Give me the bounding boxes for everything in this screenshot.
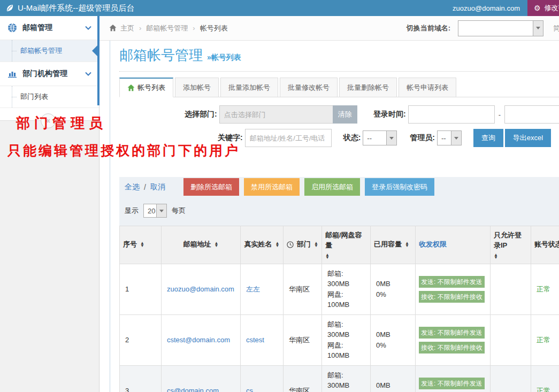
export-excel-button[interactable]: 导出excel	[505, 129, 551, 147]
tab-帐号申请列表[interactable]: 帐号申请列表	[399, 78, 456, 97]
deselect-link[interactable]: 取消	[150, 182, 165, 192]
app-title: U-Mail邮件系统--超级管理员后台	[18, 3, 134, 13]
sidebar-item-邮箱帐号管理[interactable]: 邮箱帐号管理	[0, 40, 99, 62]
used-cell: 0MB0%	[371, 264, 416, 314]
clear-dept-button[interactable]: 清除	[333, 105, 357, 124]
col-header-只允许登录IP[interactable]: 只允许登录IP▲▼	[491, 226, 531, 264]
domain-select[interactable]	[458, 20, 543, 36]
page-size-select[interactable]: 20	[143, 204, 167, 218]
sort-arrows-icon: ▲▼	[405, 242, 409, 248]
chevron-down-icon	[533, 21, 543, 36]
bulk-button-登录后强制改密码[interactable]: 登录后强制改密码	[365, 178, 434, 196]
header-label: 部门	[297, 240, 311, 250]
gear-icon: ⚙	[534, 4, 541, 12]
col-header-序号[interactable]: 序号▲▼	[120, 226, 162, 264]
dotted-divider	[119, 71, 559, 72]
admin-filter-label: 管理员:	[410, 133, 435, 143]
realname-cell: cs	[241, 365, 284, 392]
permissions-cell: 发送: 不限制邮件发送接收: 不限制邮件接收	[416, 264, 491, 314]
change-password-label: 修改密码	[545, 3, 559, 13]
annotation-line1: 部门管理员	[16, 114, 107, 133]
toolbar-buttons: 删除所选邮箱禁用所选邮箱启用所选邮箱登录后强制改密码	[165, 178, 434, 196]
user-email[interactable]: zuozuo@domain.com	[453, 4, 520, 12]
breadcrumb-item[interactable]: 主页	[120, 24, 134, 33]
email-cell: zuozuo@domain.com	[162, 264, 241, 314]
keyword-input[interactable]	[245, 129, 332, 147]
ip-cell	[491, 314, 531, 365]
page-size-suffix: 每页	[172, 206, 186, 216]
used-line: 0MB	[376, 279, 410, 289]
page-size-prefix: 显示	[125, 206, 139, 216]
col-header-邮箱/网盘容量[interactable]: 邮箱/网盘容量▲▼	[322, 226, 371, 264]
header-content: 邮箱地址▲▼	[165, 240, 237, 250]
page-size-value: 20	[144, 204, 156, 217]
realname-link[interactable]: 左左	[246, 285, 260, 293]
col-header-部门[interactable]: 部门▲▼	[284, 226, 322, 264]
email-link[interactable]: zuozuo@domain.com	[167, 285, 234, 293]
select-all-link[interactable]: 全选	[125, 182, 140, 192]
realname-link[interactable]: cs	[246, 387, 253, 392]
email-link[interactable]: cstest@domain.com	[167, 336, 230, 344]
perm-badge: 接收: 不限制邮件接收	[419, 342, 485, 353]
col-header-收发权限[interactable]: 收发权限	[416, 226, 491, 264]
status-value: 正常	[537, 285, 550, 293]
perm-badge: 发送: 不限制邮件发送	[419, 276, 485, 288]
col-header-邮箱地址[interactable]: 邮箱地址▲▼	[162, 226, 241, 264]
quota-line: 网盘: 100MB	[327, 340, 365, 361]
tab-添加帐号[interactable]: 添加帐号	[175, 78, 219, 97]
language-selector[interactable]: 简体中文	[553, 24, 559, 33]
tab-批量修改帐号[interactable]: 批量修改帐号	[280, 78, 338, 97]
sidebar-group-邮箱管理[interactable]: 邮箱管理	[0, 16, 99, 40]
domain-switch-label: 切换当前域名:	[407, 24, 450, 33]
col-header-账号状态[interactable]: 账号状态	[531, 226, 559, 264]
tab-帐号列表[interactable]: 帐号列表	[119, 78, 173, 97]
bulk-button-启用所选邮箱[interactable]: 启用所选邮箱	[304, 178, 360, 196]
tab-label: 批量修改帐号	[288, 83, 330, 93]
status-select-value: --	[363, 131, 386, 145]
realname-link[interactable]: cstest	[246, 336, 264, 344]
header-label: 已用容量	[374, 240, 402, 250]
active-item-arrow	[92, 45, 98, 57]
domain-zone: 切换当前域名: 简体中文	[407, 20, 559, 36]
dept-filter-label: 选择部门:	[185, 110, 217, 119]
header-label[interactable]: 收发权限	[419, 240, 447, 250]
sort-arrows-icon: ▲▼	[140, 242, 144, 248]
breadcrumb-item[interactable]: 帐号列表	[200, 24, 228, 33]
header-label: 真实姓名	[244, 240, 272, 250]
leaf-logo-icon	[5, 4, 14, 12]
dept-filter-input[interactable]	[219, 105, 333, 124]
sidebar: 邮箱管理邮箱帐号管理部门机构管理部门列表 «	[0, 16, 99, 392]
sort-arrows-icon: ▲▼	[275, 242, 280, 248]
login-time-to-input[interactable]	[504, 105, 559, 124]
quota-cell: 邮箱: 300MB网盘: 100MB	[322, 365, 371, 392]
chevron-down-icon	[156, 204, 166, 217]
email-link[interactable]: cs@domain.com	[167, 387, 219, 392]
admin-select[interactable]: --	[437, 130, 462, 145]
tab-label: 批量添加帐号	[228, 83, 270, 93]
tab-批量删除帐号[interactable]: 批量删除帐号	[339, 78, 397, 97]
main-panel: 邮箱帐号管理 »帐号列表 帐号列表添加帐号批量添加帐号批量修改帐号批量删除帐号帐…	[110, 41, 559, 392]
col-header-已用容量[interactable]: 已用容量▲▼	[371, 226, 416, 264]
tab-批量添加帐号[interactable]: 批量添加帐号	[220, 78, 278, 97]
header-label: 序号	[123, 240, 137, 250]
login-time-from-input[interactable]	[408, 105, 495, 124]
header-label: 账号状态	[534, 240, 559, 250]
row-index-cell: 3	[120, 365, 162, 392]
change-password-button[interactable]: ⚙ 修改密码	[527, 0, 559, 16]
status-cell: 正常	[531, 264, 559, 314]
col-header-真实姓名[interactable]: 真实姓名▲▼	[241, 226, 284, 264]
perm-badge: 接收: 不限制邮件接收	[419, 291, 485, 303]
status-select[interactable]: --	[363, 130, 397, 145]
status-value: 正常	[537, 387, 550, 392]
sidebar-group-部门机构管理[interactable]: 部门机构管理	[0, 62, 99, 86]
sidebar-item-部门列表[interactable]: 部门列表	[0, 86, 99, 108]
realname-cell: 左左	[241, 264, 284, 314]
search-button[interactable]: 查询	[473, 129, 503, 147]
bulk-button-禁用所选邮箱[interactable]: 禁用所选邮箱	[244, 178, 300, 196]
filter-row-2: 关键字: 状态: -- 管理员: -- 查询 导出excel	[218, 129, 559, 147]
home-icon	[127, 84, 135, 91]
used-cell: 0MB0%	[371, 365, 416, 392]
breadcrumb-item[interactable]: 邮箱帐号管理	[146, 24, 188, 33]
status-filter-label: 状态:	[343, 133, 361, 143]
bulk-button-删除所选邮箱[interactable]: 删除所选邮箱	[183, 178, 239, 196]
